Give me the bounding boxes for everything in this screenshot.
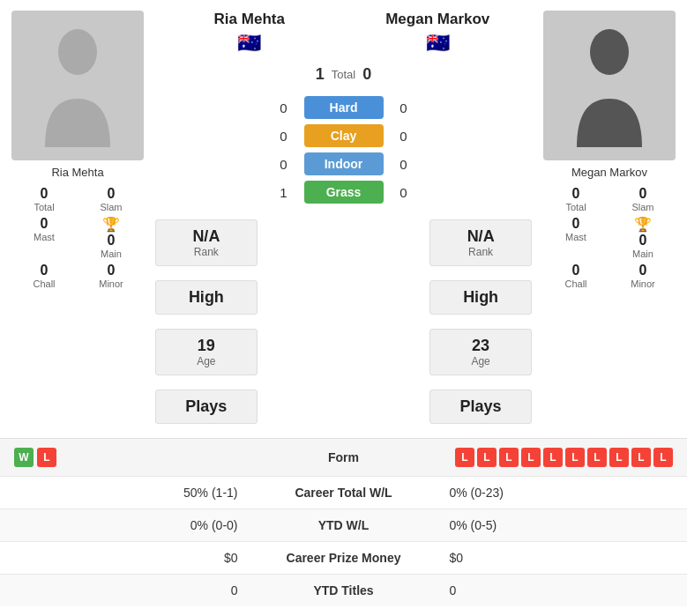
form-section: WL Form LLLLLLLLLL (0, 438, 687, 476)
left-player-name: Ria Mehta (51, 166, 103, 179)
court-row-clay: 0 Clay 0 (155, 124, 532, 147)
left-stat-total: 0 Total (14, 186, 74, 212)
left-stat-mast: 0 Mast (14, 216, 74, 259)
right-age-box: 23 Age (429, 329, 532, 375)
court-left-score-indoor: 0 (271, 157, 297, 172)
court-row-hard: 0 Hard 0 (155, 96, 532, 119)
form-right-badge-1: L (477, 448, 497, 467)
age-row: 19 Age 23 Age (155, 325, 532, 379)
left-trophy-icon: 🏆 (102, 216, 120, 233)
right-stat-slam: 0 Slam (613, 186, 673, 212)
spacer-plays (265, 386, 423, 427)
right-stats-grid: 0 Total 0 Slam 0 Mast 🏆 0 Main 0 (539, 186, 680, 289)
info-boxes-area: N/A Rank N/A Rank (155, 216, 532, 270)
plays-row: Plays Plays (155, 386, 532, 427)
form-right-badge-0: L (455, 448, 474, 467)
court-badge-hard: Hard (304, 96, 384, 119)
svg-point-0 (58, 29, 97, 75)
stats-label-2: Career Prize Money (256, 551, 432, 565)
main-container: Ria Mehta 0 Total 0 Slam 0 Mast 🏆 0 Mai (0, 0, 687, 606)
spacer-age (265, 325, 423, 379)
stats-label-0: Career Total W/L (256, 486, 432, 500)
bottom-stats: 50% (1-1) Career Total W/L 0% (0-23) 0% … (0, 476, 687, 606)
form-left-badges: WL (14, 448, 256, 467)
stats-right-3: 0 (432, 583, 674, 597)
left-stats-grid: 0 Total 0 Slam 0 Mast 🏆 0 Main 0 (7, 186, 148, 289)
form-left-badge-0: W (14, 448, 34, 467)
left-high-box: High (155, 280, 258, 315)
left-player-avatar (11, 11, 144, 160)
stats-left-3: 0 (14, 583, 256, 597)
right-player-name: Megan Markov (571, 166, 647, 179)
court-left-score-grass: 1 (271, 185, 297, 200)
stats-right-1: 0% (0-5) (432, 518, 674, 532)
right-stat-mast: 0 Mast (546, 216, 606, 259)
form-right-badges: LLLLLLLLLL (432, 448, 674, 467)
high-row: High High (155, 277, 532, 318)
court-rows: 0 Hard 0 0 Clay 0 0 Indoor 0 1 Grass 0 (155, 96, 532, 204)
right-stat-chall: 0 Chall (546, 263, 606, 289)
left-flag: 🇦🇺 (237, 32, 261, 55)
left-trophy-icon-area: 🏆 0 Main (81, 216, 141, 259)
right-trophy-icon-area: 🏆 0 Main (613, 216, 673, 259)
court-row-grass: 1 Grass 0 (155, 181, 532, 204)
left-stat-minor: 0 Minor (81, 263, 141, 289)
form-right-badge-3: L (521, 448, 541, 467)
stats-row-2: $0 Career Prize Money $0 (0, 541, 687, 574)
form-right-badge-7: L (609, 448, 629, 467)
stats-row-3: 0 YTD Titles 0 (0, 574, 687, 606)
left-stat-chall: 0 Chall (14, 263, 74, 289)
stats-left-0: 50% (1-1) (14, 486, 256, 500)
court-right-score-indoor: 0 (391, 157, 417, 172)
court-right-score-grass: 0 (391, 185, 417, 200)
court-right-score-clay: 0 (391, 129, 417, 144)
stats-right-2: $0 (432, 551, 674, 565)
left-player-card: Ria Mehta 0 Total 0 Slam 0 Mast 🏆 0 Mai (7, 11, 148, 427)
left-plays-box: Plays (155, 390, 258, 424)
total-row: 1 Total 0 (155, 65, 532, 84)
players-area: Ria Mehta 0 Total 0 Slam 0 Mast 🏆 0 Mai (0, 0, 687, 438)
right-name-top: Megan Markov 🇦🇺 (344, 11, 533, 55)
right-flag: 🇦🇺 (426, 32, 450, 55)
right-trophy-icon: 🏆 (634, 216, 652, 233)
stats-right-0: 0% (0-23) (432, 486, 674, 500)
left-name-top: Ria Mehta 🇦🇺 (155, 11, 344, 55)
court-badge-grass: Grass (304, 181, 384, 204)
court-left-score-clay: 0 (271, 129, 297, 144)
court-badge-clay: Clay (304, 124, 384, 147)
form-label: Form (256, 450, 432, 464)
court-row-indoor: 0 Indoor 0 (155, 152, 532, 175)
left-stat-slam: 0 Slam (81, 186, 141, 212)
form-right-badge-6: L (587, 448, 607, 467)
form-right-badge-8: L (631, 448, 651, 467)
spacer-high2 (265, 277, 423, 318)
spacer-high (265, 216, 423, 270)
form-right-badge-2: L (499, 448, 519, 467)
form-left-badge-1: L (37, 448, 56, 467)
stats-label-3: YTD Titles (256, 583, 432, 597)
form-right-badge-5: L (565, 448, 585, 467)
court-left-score-hard: 0 (271, 100, 297, 115)
stats-left-1: 0% (0-0) (14, 518, 256, 532)
right-player-card: Megan Markov 0 Total 0 Slam 0 Mast 🏆 0 (539, 11, 680, 427)
stats-row-0: 50% (1-1) Career Total W/L 0% (0-23) (0, 476, 687, 508)
stats-row-1: 0% (0-0) YTD W/L 0% (0-5) (0, 508, 687, 541)
right-stat-minor: 0 Minor (613, 263, 673, 289)
center-content: Ria Mehta 🇦🇺 Megan Markov 🇦🇺 1 Total 0 (155, 11, 532, 427)
court-badge-indoor: Indoor (304, 152, 384, 175)
svg-point-1 (590, 29, 629, 75)
form-right-badge-9: L (653, 448, 673, 467)
right-plays-box: Plays (429, 390, 532, 424)
right-player-avatar (543, 11, 676, 160)
right-info-box: N/A Rank (429, 219, 532, 266)
right-stat-total: 0 Total (546, 186, 606, 212)
stats-left-2: $0 (14, 551, 256, 565)
stats-label-1: YTD W/L (256, 518, 432, 532)
left-info-box: N/A Rank (155, 219, 258, 266)
form-right-badge-4: L (543, 448, 563, 467)
right-high-box: High (429, 280, 532, 315)
left-age-box: 19 Age (155, 329, 258, 375)
court-right-score-hard: 0 (391, 100, 417, 115)
